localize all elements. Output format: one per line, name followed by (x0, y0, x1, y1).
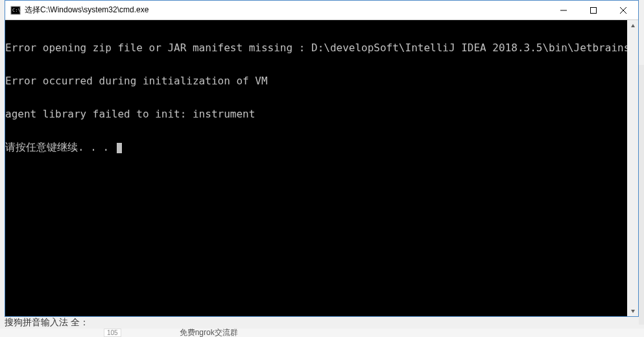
vertical-scrollbar[interactable] (627, 20, 638, 316)
scroll-down-button[interactable] (627, 305, 638, 316)
titlebar[interactable]: C:\ 选择C:\Windows\system32\cmd.exe (5, 1, 638, 20)
close-button[interactable] (608, 1, 638, 19)
console-line: agent library failed to init: instrument (5, 108, 638, 119)
console-line: Error occurred during initialization of … (5, 75, 638, 86)
maximize-button[interactable] (578, 1, 608, 19)
scroll-up-button[interactable] (627, 20, 638, 31)
bg-bottom-bar: 105 免费ngrok交流群 (0, 329, 644, 337)
bg-right-stripe (639, 65, 644, 325)
cmd-icon: C:\ (10, 5, 21, 16)
console-output: Error opening zip file or JAR manifest m… (5, 20, 638, 175)
console-line: Error opening zip file or JAR manifest m… (5, 42, 638, 53)
minimize-button[interactable] (549, 1, 578, 19)
cursor-icon (117, 143, 122, 153)
window-title: 选择C:\Windows\system32\cmd.exe (25, 5, 549, 16)
svg-marker-6 (631, 24, 635, 27)
svg-text:C:\: C:\ (12, 8, 21, 13)
ime-status-bar: 搜狗拼音输入法 全： (5, 317, 89, 329)
scrollbar-track[interactable] (627, 31, 638, 305)
svg-rect-3 (591, 7, 597, 13)
cmd-window: C:\ 选择C:\Windows\system32\cmd.exe Error … (5, 0, 639, 317)
console-area[interactable]: Error opening zip file or JAR manifest m… (5, 20, 638, 316)
bg-text: 免费ngrok交流群 (180, 327, 238, 337)
console-line-prompt: 请按任意键继续. . . (5, 142, 638, 153)
bg-badge: 105 (104, 329, 121, 337)
window-controls (549, 1, 638, 19)
prompt-text: 请按任意键继续. . . (5, 141, 115, 153)
svg-marker-7 (631, 310, 635, 313)
ime-text: 搜狗拼音输入法 全： (5, 317, 89, 327)
